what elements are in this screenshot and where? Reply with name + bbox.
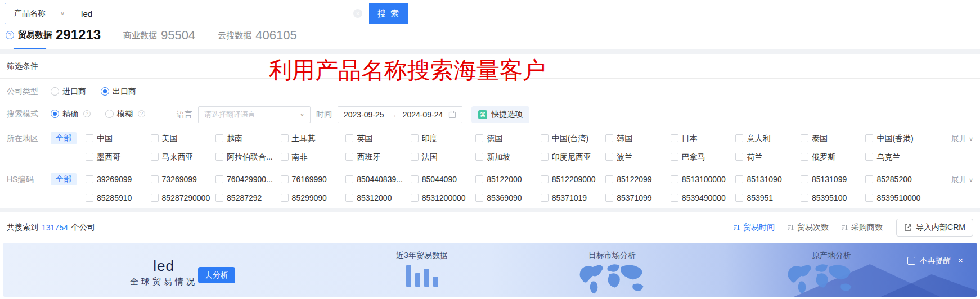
checkbox-icon[interactable] bbox=[281, 134, 289, 142]
region-checkbox[interactable]: 泰国 bbox=[801, 131, 866, 146]
checkbox-icon[interactable] bbox=[865, 153, 873, 161]
quick-options-button[interactable]: ⌘ 快捷选项 bbox=[471, 106, 529, 123]
company-type-radio[interactable]: 出口商 bbox=[101, 84, 136, 98]
sort-option[interactable]: 采购商数 bbox=[841, 223, 883, 233]
hs-checkbox[interactable]: 853951 bbox=[735, 191, 801, 205]
date-start[interactable]: 2023-09-25 bbox=[344, 110, 384, 119]
checkbox-icon[interactable] bbox=[735, 175, 743, 183]
region-checkbox[interactable]: 马来西亚 bbox=[151, 150, 216, 164]
checkbox-icon[interactable] bbox=[671, 194, 678, 202]
checkbox-icon[interactable] bbox=[345, 175, 353, 183]
checkbox-icon[interactable] bbox=[411, 194, 419, 202]
checkbox-icon[interactable] bbox=[345, 134, 353, 142]
region-checkbox[interactable]: 墨西哥 bbox=[86, 150, 151, 164]
checkbox-icon[interactable] bbox=[865, 175, 873, 183]
hs-checkbox[interactable]: 85285200 bbox=[865, 172, 930, 187]
region-checkbox[interactable]: 越南 bbox=[215, 131, 281, 146]
language-select[interactable]: 请选择翻译语言 ∨ bbox=[198, 106, 311, 123]
info-circle-icon[interactable]: ? bbox=[138, 110, 145, 117]
checkbox-icon[interactable] bbox=[86, 134, 93, 142]
date-range-picker[interactable]: 2023-09-25 → 2024-09-24 bbox=[338, 106, 462, 123]
hs-checkbox[interactable]: 760429900... bbox=[215, 172, 281, 187]
checkbox-icon[interactable] bbox=[801, 153, 808, 161]
region-checkbox[interactable]: 南非 bbox=[281, 150, 346, 164]
checkbox-icon[interactable] bbox=[475, 194, 483, 202]
close-icon[interactable]: × bbox=[958, 257, 963, 265]
hs-checkbox[interactable]: 85122000 bbox=[475, 172, 541, 187]
checkbox-icon[interactable] bbox=[671, 175, 678, 183]
checkbox-icon[interactable] bbox=[151, 194, 159, 202]
region-checkbox[interactable]: 波兰 bbox=[605, 150, 671, 164]
dismiss-checkbox[interactable] bbox=[907, 257, 915, 265]
hs-checkbox[interactable]: 85122099 bbox=[605, 172, 671, 187]
info-circle-icon[interactable]: ? bbox=[83, 110, 91, 117]
region-checkbox[interactable]: 西班牙 bbox=[345, 150, 411, 164]
hs-checkbox[interactable]: 850440839... bbox=[345, 172, 411, 187]
region-checkbox[interactable]: 美国 bbox=[151, 131, 216, 146]
checkbox-icon[interactable] bbox=[215, 134, 223, 142]
hs-checkbox[interactable]: 85287292 bbox=[215, 191, 281, 205]
hs-all-chip[interactable]: 全部 bbox=[51, 173, 77, 185]
date-end[interactable]: 2024-09-24 bbox=[403, 110, 443, 119]
hs-checkbox[interactable]: 85312000 bbox=[345, 191, 411, 205]
checkbox-icon[interactable] bbox=[541, 153, 549, 161]
checkbox-icon[interactable] bbox=[345, 153, 353, 161]
region-checkbox[interactable]: 中国 bbox=[86, 131, 151, 146]
checkbox-icon[interactable] bbox=[475, 175, 483, 183]
region-checkbox[interactable]: 俄罗斯 bbox=[801, 150, 866, 164]
hs-checkbox[interactable]: 85299090 bbox=[281, 191, 346, 205]
checkbox-icon[interactable] bbox=[411, 134, 419, 142]
hs-checkbox[interactable]: 85371019 bbox=[541, 191, 606, 205]
region-checkbox[interactable]: 日本 bbox=[671, 131, 736, 146]
analyze-button[interactable]: 去分析 bbox=[198, 267, 235, 283]
checkbox-icon[interactable] bbox=[151, 175, 159, 183]
hs-checkbox[interactable]: 85285910 bbox=[86, 191, 151, 205]
hs-checkbox[interactable]: 76169990 bbox=[281, 172, 346, 187]
hs-checkbox[interactable]: 73269099 bbox=[151, 172, 216, 187]
checkbox-icon[interactable] bbox=[541, 194, 549, 202]
search-mode-radio[interactable]: 模糊 ? bbox=[105, 106, 145, 121]
hs-checkbox[interactable]: 8531200000 bbox=[411, 191, 476, 205]
checkbox-icon[interactable] bbox=[605, 194, 613, 202]
checkbox-icon[interactable] bbox=[215, 194, 223, 202]
hs-checkbox[interactable]: 85131090 bbox=[735, 172, 801, 187]
hs-expand-link[interactable]: 展开∨ bbox=[938, 172, 973, 187]
checkbox-icon[interactable] bbox=[865, 134, 873, 142]
hs-checkbox[interactable]: 85287290000 bbox=[151, 191, 216, 205]
checkbox-icon[interactable] bbox=[801, 175, 808, 183]
checkbox-icon[interactable] bbox=[151, 134, 159, 142]
region-checkbox[interactable]: 意大利 bbox=[735, 131, 801, 146]
checkbox-icon[interactable] bbox=[281, 194, 289, 202]
hs-checkbox[interactable]: 85395100 bbox=[801, 191, 866, 205]
region-expand-link[interactable]: 展开∨ bbox=[938, 131, 973, 146]
checkbox-icon[interactable] bbox=[475, 153, 483, 161]
region-checkbox[interactable]: 印度 bbox=[411, 131, 476, 146]
checkbox-icon[interactable] bbox=[735, 194, 743, 202]
search-category-dropdown[interactable]: 产品名称 ∨ bbox=[5, 8, 73, 19]
region-all-chip[interactable]: 全部 bbox=[51, 132, 77, 144]
checkbox-icon[interactable] bbox=[671, 134, 678, 142]
region-checkbox[interactable]: 新加坡 bbox=[475, 150, 541, 164]
hs-checkbox[interactable]: 8539510000 bbox=[865, 191, 930, 205]
sort-option[interactable]: 贸易时间 bbox=[733, 223, 775, 233]
checkbox-icon[interactable] bbox=[215, 175, 223, 183]
checkbox-icon[interactable] bbox=[735, 153, 743, 161]
import-crm-button[interactable]: 导入内部CRM bbox=[896, 219, 973, 237]
hs-checkbox[interactable]: 8513100000 bbox=[671, 172, 736, 187]
hs-checkbox[interactable]: 39269099 bbox=[86, 172, 151, 187]
checkbox-icon[interactable] bbox=[605, 175, 613, 183]
region-checkbox[interactable]: 阿拉伯联合... bbox=[215, 150, 281, 164]
region-checkbox[interactable]: 中国(台湾) bbox=[541, 131, 606, 146]
region-checkbox[interactable]: 荷兰 bbox=[735, 150, 801, 164]
checkbox-icon[interactable] bbox=[605, 134, 613, 142]
checkbox-icon[interactable] bbox=[151, 153, 159, 161]
search-input[interactable] bbox=[73, 9, 353, 19]
hs-checkbox[interactable]: 8512209000 bbox=[541, 172, 606, 187]
search-button[interactable]: 搜 索 bbox=[369, 3, 408, 24]
region-checkbox[interactable]: 韩国 bbox=[605, 131, 671, 146]
checkbox-icon[interactable] bbox=[281, 175, 289, 183]
checkbox-icon[interactable] bbox=[735, 134, 743, 142]
checkbox-icon[interactable] bbox=[865, 194, 873, 202]
checkbox-icon[interactable] bbox=[281, 153, 289, 161]
checkbox-icon[interactable] bbox=[541, 134, 549, 142]
